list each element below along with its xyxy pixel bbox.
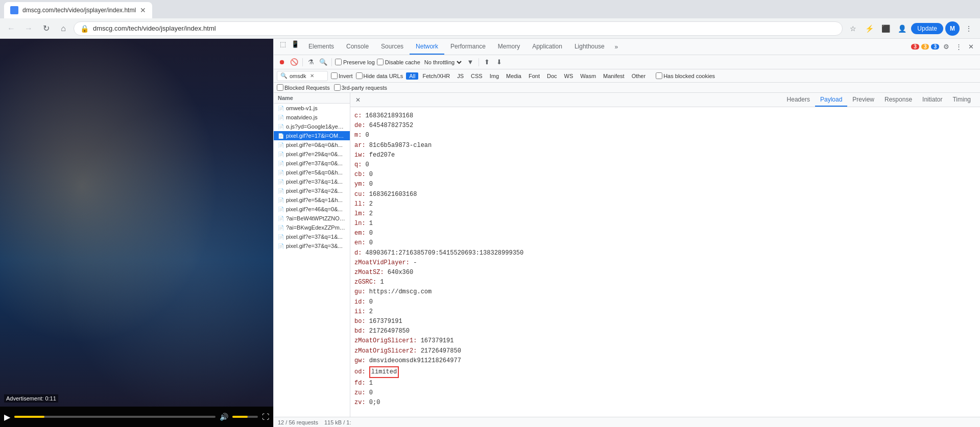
blocked-requests-checkbox[interactable] [277,84,283,91]
tab-network[interactable]: Network [410,39,444,55]
file-item[interactable]: 📄pixel.gif?e=46&q=0&... [274,205,350,214]
payload-value: fed207e [369,152,395,159]
filter-css[interactable]: CSS [468,72,486,80]
file-item[interactable]: 📄pixel.gif?e=17&i=OMS... [274,131,350,140]
filter-font[interactable]: Font [525,72,543,80]
tab-lighthouse[interactable]: Lighthouse [568,39,611,55]
export-button[interactable]: ⬇ [494,57,505,67]
filter-fetch-xhr[interactable]: Fetch/XHR [419,72,453,80]
file-item[interactable]: 📄pixel.gif?e=37&q=2&... [274,186,350,195]
file-name: omweb-v1.js [286,105,318,111]
detail-tab-timing[interactable]: Timing [947,93,976,107]
file-item[interactable]: 📄pixel.gif?e=5&q=0&h... [274,168,350,177]
play-button[interactable]: ▶ [4,412,10,422]
file-item[interactable]: 📄?ai=BKwgEdexZZPmD... [274,223,350,232]
preserve-log-label[interactable]: Preserve log [335,59,375,65]
detail-close-button[interactable]: ✕ [352,93,364,107]
volume-button[interactable]: 🔊 [220,413,228,421]
detail-tab-headers[interactable]: Headers [782,93,815,107]
throttle-dropdown-button[interactable]: ▼ [465,57,475,67]
invert-checkbox-label[interactable]: Invert [331,72,353,79]
fullscreen-button[interactable]: ⛶ [262,413,269,421]
forward-button[interactable]: → [21,21,36,36]
toolbar-right: ☆ ⚡ ⬛ 👤 Update M ⋮ [846,21,976,36]
avatar[interactable]: M [945,21,960,36]
record-button[interactable]: ⏺ [277,57,287,67]
detail-tab-payload[interactable]: Payload [815,93,847,107]
profile-button[interactable]: 👤 [895,21,909,36]
tab-close-button[interactable]: ✕ [140,6,146,14]
file-item[interactable]: 📄o.js?yd=Google1&ye=... [274,122,350,131]
extensions-button[interactable]: ⚡ [862,21,876,36]
filter-button[interactable]: ⚗ [306,57,316,67]
cast-button[interactable]: ⬛ [878,21,893,36]
volume-bar[interactable] [232,416,258,418]
detail-tab-response[interactable]: Response [879,93,917,107]
filter-doc[interactable]: Doc [544,72,560,80]
search-box[interactable]: 🔍 omsdk ✕ [277,71,328,81]
reload-button[interactable]: ↻ [39,21,53,36]
file-item[interactable]: 📄?ai=BeW4tWPtZZNOV... [274,214,350,223]
tab-performance[interactable]: Performance [444,39,492,55]
filter-img[interactable]: Img [487,72,502,80]
progress-bar[interactable] [14,416,216,418]
requests-count: 12 / 56 requests [278,419,318,425]
devtools-device-button[interactable]: 📱 [290,39,300,49]
filter-ws[interactable]: WS [561,72,577,80]
back-button[interactable]: ← [4,21,18,36]
tab-sources[interactable]: Sources [375,39,410,55]
file-item[interactable]: 📄pixel.gif?e=0&q=0&h... [274,140,350,149]
devtools-close-button[interactable]: ✕ [966,42,976,52]
hide-data-urls-label[interactable]: Hide data URLs [356,72,403,79]
preserve-log-checkbox[interactable] [335,59,342,65]
settings-button[interactable]: ⋮ [962,21,976,36]
filter-other[interactable]: Other [629,72,649,80]
throttle-select[interactable]: No throttling Slow 3G Fast 3G [422,59,463,66]
search-clear-icon[interactable]: ✕ [310,73,314,79]
search-button[interactable]: 🔍 [318,57,328,67]
filter-js[interactable]: JS [454,72,467,80]
file-item[interactable]: 📄pixel.gif?e=37&q=3&... [274,241,350,250]
blocked-cookies-label[interactable]: Has blocked cookies [656,72,715,79]
filter-media[interactable]: Media [503,72,524,80]
tab-elements[interactable]: Elements [302,39,340,55]
third-party-label[interactable]: 3rd-party requests [334,84,387,91]
file-item[interactable]: 📄pixel.gif?e=5&q=1&h... [274,195,350,205]
update-button[interactable]: Update [911,23,943,34]
file-item[interactable]: 📄pixel.gif?e=37&q=0&... [274,159,350,168]
address-bar[interactable]: 🔒 dmscg.com/tech/video/jsplayer/index.ht… [74,21,843,36]
hide-data-urls-checkbox[interactable] [356,72,363,79]
blocked-requests-label[interactable]: Blocked Requests [277,84,330,91]
filter-manifest[interactable]: Manifest [600,72,628,80]
blocked-cookies-checkbox[interactable] [656,72,662,79]
browser-tab[interactable]: dmscg.com/tech/video/jsplayer/index.html… [4,2,152,18]
file-item[interactable]: 📄omweb-v1.js [274,104,350,113]
file-item[interactable]: 📄moatvideo.js [274,113,350,122]
disable-cache-label[interactable]: Disable cache [377,59,420,65]
detail-tab-preview[interactable]: Preview [847,93,879,107]
import-button[interactable]: ⬆ [482,57,492,67]
devtools-more-button[interactable]: ⋮ [953,42,964,52]
payload-value: 1683621603168 [369,191,417,198]
clear-button[interactable]: 🚫 [289,57,299,67]
home-button[interactable]: ⌂ [56,21,70,36]
filter-all[interactable]: All [406,72,418,80]
detail-tab-initiator[interactable]: Initiator [917,93,947,107]
disable-cache-checkbox[interactable] [377,59,384,65]
invert-checkbox[interactable] [331,72,338,79]
settings-gear-button[interactable]: ⚙ [941,42,951,52]
bookmark-star-button[interactable]: ☆ [846,21,860,36]
tab-console[interactable]: Console [340,39,375,55]
payload-line: q: 0 [354,160,976,170]
payload-line: en: 0 [354,238,976,248]
file-item[interactable]: 📄pixel.gif?e=29&q=0&... [274,149,350,159]
third-party-checkbox[interactable] [334,84,341,91]
filter-wasm[interactable]: Wasm [577,72,599,80]
tab-application[interactable]: Application [526,39,568,55]
devtools-more-tabs[interactable]: » [611,39,623,55]
file-item[interactable]: 📄pixel.gif?e=37&q=1&... [274,232,350,241]
file-item[interactable]: 📄pixel.gif?e=37&q=1&... [274,177,350,186]
payload-key: iw: [354,152,366,159]
devtools-inspect-button[interactable]: ⬚ [278,39,288,49]
tab-memory[interactable]: Memory [492,39,526,55]
